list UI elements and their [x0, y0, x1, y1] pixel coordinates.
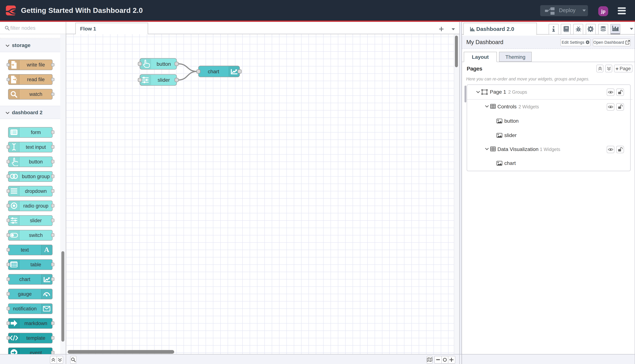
svg-text:chart: chart: [208, 69, 219, 74]
svg-text:A: A: [44, 246, 49, 253]
svg-text:button: button: [157, 61, 171, 67]
svg-text:slider: slider: [158, 77, 170, 83]
